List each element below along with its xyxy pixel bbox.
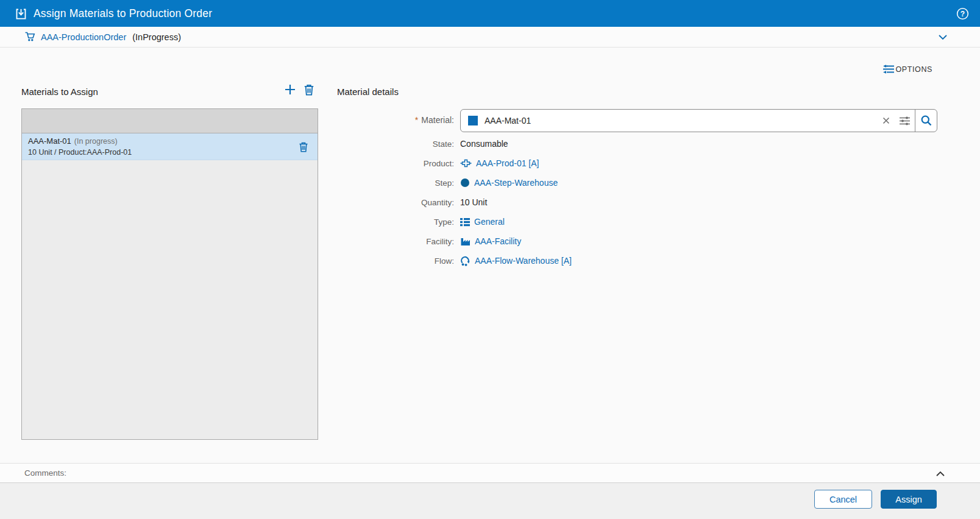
field-facility-link[interactable]: AAA-Facility bbox=[475, 236, 521, 246]
field-type-link[interactable]: General bbox=[474, 217, 505, 227]
material-item-detail: 10 Unit / Product:AAA-Prod-01 bbox=[28, 147, 311, 158]
field-type: Type: General bbox=[337, 216, 572, 228]
field-state-value: Consumable bbox=[460, 139, 508, 149]
footer: Cancel Assign bbox=[0, 483, 980, 519]
material-field-label: *Material: bbox=[337, 115, 454, 125]
options-icon bbox=[882, 63, 895, 75]
field-quantity: Quantity: 10 Unit bbox=[337, 196, 572, 208]
search-icon[interactable] bbox=[915, 110, 937, 132]
materials-list: AAA-Mat-01(In progress) 10 Unit / Produc… bbox=[21, 108, 318, 440]
facility-icon bbox=[460, 236, 470, 246]
breadcrumb: AAA-ProductionOrder (InProgress) bbox=[0, 27, 980, 48]
field-flow: Flow: AAA-Flow-Warehouse [A] bbox=[337, 255, 572, 267]
material-item-name: AAA-Mat-01 bbox=[28, 136, 71, 146]
materials-list-header[interactable] bbox=[22, 109, 318, 133]
type-icon bbox=[460, 217, 470, 227]
material-list-item[interactable]: AAA-Mat-01(In progress) 10 Unit / Produc… bbox=[22, 133, 318, 160]
material-type-icon bbox=[468, 116, 478, 125]
required-marker: * bbox=[415, 115, 418, 125]
product-icon bbox=[460, 158, 472, 169]
options-label: OPTIONS bbox=[896, 65, 932, 74]
chevron-up-icon[interactable] bbox=[935, 470, 946, 481]
chevron-down-icon[interactable] bbox=[937, 32, 948, 44]
assign-button[interactable]: Assign bbox=[881, 490, 937, 509]
flow-icon bbox=[460, 256, 470, 266]
cancel-button[interactable]: Cancel bbox=[814, 490, 872, 509]
options-button[interactable]: OPTIONS bbox=[882, 63, 932, 75]
page-title: Assign Materials to Production Order bbox=[34, 7, 212, 20]
delete-icon[interactable] bbox=[303, 83, 315, 99]
help-icon[interactable]: ? bbox=[956, 7, 969, 20]
field-product: Product: AAA-Prod-01 [A] bbox=[337, 157, 572, 169]
field-type-label: Type: bbox=[337, 217, 454, 227]
field-step-label: Step: bbox=[337, 178, 454, 188]
field-state: State: Consumable bbox=[337, 138, 572, 150]
field-quantity-value: 10 Unit bbox=[460, 197, 487, 207]
breadcrumb-order-status: (InProgress) bbox=[132, 32, 181, 42]
material-item-line1: AAA-Mat-01(In progress) bbox=[28, 135, 311, 147]
field-step-link[interactable]: AAA-Step-Warehouse bbox=[474, 178, 558, 188]
assign-materials-icon bbox=[15, 7, 27, 20]
field-state-label: State: bbox=[337, 139, 454, 149]
field-facility: Facility: AAA-Facility bbox=[337, 235, 572, 247]
titlebar: Assign Materials to Production Order ? bbox=[0, 0, 980, 27]
item-delete-icon[interactable] bbox=[298, 141, 309, 155]
field-flow-label: Flow: bbox=[337, 256, 454, 266]
add-icon[interactable] bbox=[283, 82, 297, 99]
cart-icon bbox=[24, 31, 36, 43]
clear-icon[interactable] bbox=[882, 116, 890, 125]
field-product-label: Product: bbox=[337, 159, 454, 168]
material-input-value[interactable]: AAA-Mat-01 bbox=[485, 116, 878, 125]
comments-bar[interactable]: Comments: bbox=[0, 463, 980, 483]
svg-text:?: ? bbox=[960, 9, 965, 18]
comments-label: Comments: bbox=[24, 468, 66, 478]
material-input[interactable]: AAA-Mat-01 bbox=[460, 109, 937, 132]
step-icon bbox=[460, 178, 470, 188]
field-step: Step: AAA-Step-Warehouse bbox=[337, 177, 572, 189]
field-facility-label: Facility: bbox=[337, 237, 454, 246]
material-field-label-text: Material: bbox=[421, 115, 454, 125]
material-item-status: (In progress) bbox=[74, 137, 118, 146]
material-details-title: Material details bbox=[337, 86, 399, 97]
material-detail-fields: State: Consumable Product: AAA-Prod-01 [… bbox=[337, 138, 572, 274]
field-flow-link[interactable]: AAA-Flow-Warehouse [A] bbox=[475, 256, 572, 266]
breadcrumb-order-link[interactable]: AAA-ProductionOrder bbox=[41, 32, 126, 42]
materials-panel-title: Materials to Assign bbox=[21, 86, 98, 97]
advanced-search-icon[interactable] bbox=[899, 116, 911, 126]
field-product-link[interactable]: AAA-Prod-01 [A] bbox=[476, 158, 539, 168]
field-quantity-label: Quantity: bbox=[337, 198, 454, 207]
